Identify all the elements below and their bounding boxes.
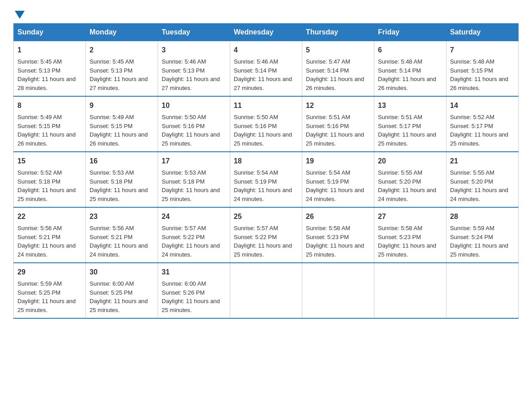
sunset-label: Sunset: 5:22 PM	[162, 234, 205, 240]
sunrise-label: Sunrise: 5:53 AM	[90, 169, 134, 176]
calendar-cell: 1 Sunrise: 5:45 AM Sunset: 5:13 PM Dayli…	[14, 41, 86, 97]
sunset-label: Sunset: 5:25 PM	[17, 289, 60, 296]
daylight-label: Daylight: 11 hours and 24 minutes.	[234, 187, 292, 202]
day-number: 15	[17, 156, 82, 167]
svg-marker-0	[15, 11, 25, 19]
calendar-header-row: SundayMondayTuesdayWednesdayThursdayFrid…	[14, 24, 519, 41]
calendar-cell: 28 Sunrise: 5:59 AM Sunset: 5:24 PM Dayl…	[446, 207, 519, 263]
day-number: 2	[90, 45, 154, 56]
day-number: 3	[162, 45, 226, 56]
calendar-cell: 23 Sunrise: 5:56 AM Sunset: 5:21 PM Dayl…	[86, 207, 158, 263]
sunset-label: Sunset: 5:13 PM	[17, 67, 60, 74]
sunset-label: Sunset: 5:16 PM	[234, 123, 277, 129]
sunset-label: Sunset: 5:26 PM	[162, 289, 205, 296]
day-number: 29	[17, 267, 82, 278]
sunrise-label: Sunrise: 5:50 AM	[234, 114, 278, 120]
sunset-label: Sunset: 5:14 PM	[306, 67, 349, 74]
calendar-cell: 18 Sunrise: 5:54 AM Sunset: 5:19 PM Dayl…	[230, 152, 302, 207]
sunrise-label: Sunrise: 5:57 AM	[234, 225, 278, 231]
calendar-cell	[302, 263, 374, 318]
sunset-label: Sunset: 5:25 PM	[90, 289, 133, 296]
week-row-2: 8 Sunrise: 5:49 AM Sunset: 5:15 PM Dayli…	[14, 96, 519, 152]
daylight-label: Daylight: 11 hours and 25 minutes.	[17, 187, 76, 202]
sunrise-label: Sunrise: 5:59 AM	[450, 225, 494, 231]
day-number: 19	[306, 156, 370, 167]
sunrise-label: Sunrise: 5:46 AM	[234, 58, 278, 65]
sunrise-label: Sunrise: 5:55 AM	[450, 169, 494, 176]
day-number: 30	[90, 267, 154, 278]
calendar-cell: 22 Sunrise: 5:56 AM Sunset: 5:21 PM Dayl…	[14, 207, 86, 263]
sunset-label: Sunset: 5:17 PM	[378, 123, 421, 129]
header-tuesday: Tuesday	[158, 24, 230, 41]
sunset-label: Sunset: 5:18 PM	[17, 178, 60, 185]
header-thursday: Thursday	[302, 24, 374, 41]
daylight-label: Daylight: 11 hours and 27 minutes.	[234, 76, 292, 91]
day-number: 21	[450, 156, 515, 167]
week-row-3: 15 Sunrise: 5:52 AM Sunset: 5:18 PM Dayl…	[14, 152, 519, 207]
week-row-1: 1 Sunrise: 5:45 AM Sunset: 5:13 PM Dayli…	[14, 41, 519, 97]
sunset-label: Sunset: 5:17 PM	[450, 123, 493, 129]
day-number: 14	[450, 100, 515, 111]
calendar-cell: 10 Sunrise: 5:50 AM Sunset: 5:16 PM Dayl…	[158, 96, 230, 152]
week-row-4: 22 Sunrise: 5:56 AM Sunset: 5:21 PM Dayl…	[14, 207, 519, 263]
calendar-cell: 24 Sunrise: 5:57 AM Sunset: 5:22 PM Dayl…	[158, 207, 230, 263]
sunrise-label: Sunrise: 5:51 AM	[378, 114, 422, 120]
daylight-label: Daylight: 11 hours and 25 minutes.	[378, 242, 436, 258]
calendar-cell: 12 Sunrise: 5:51 AM Sunset: 5:16 PM Dayl…	[302, 96, 374, 152]
day-number: 31	[162, 267, 226, 278]
sunrise-label: Sunrise: 5:59 AM	[17, 280, 62, 287]
calendar-cell: 17 Sunrise: 5:53 AM Sunset: 5:18 PM Dayl…	[158, 152, 230, 207]
daylight-label: Daylight: 11 hours and 25 minutes.	[162, 131, 220, 147]
calendar-cell: 5 Sunrise: 5:47 AM Sunset: 5:14 PM Dayli…	[302, 41, 374, 97]
sunset-label: Sunset: 5:14 PM	[234, 67, 277, 74]
calendar-cell	[230, 263, 302, 318]
calendar-cell: 8 Sunrise: 5:49 AM Sunset: 5:15 PM Dayli…	[14, 96, 86, 152]
sunrise-label: Sunrise: 5:51 AM	[306, 114, 350, 120]
sunrise-label: Sunrise: 6:00 AM	[90, 280, 134, 287]
day-number: 28	[450, 211, 515, 222]
daylight-label: Daylight: 11 hours and 25 minutes.	[162, 187, 220, 202]
calendar-cell: 16 Sunrise: 5:53 AM Sunset: 5:18 PM Dayl…	[86, 152, 158, 207]
sunrise-label: Sunrise: 5:52 AM	[17, 169, 62, 176]
day-number: 26	[306, 211, 370, 222]
daylight-label: Daylight: 11 hours and 27 minutes.	[162, 76, 220, 91]
day-number: 23	[90, 211, 154, 222]
day-number: 1	[17, 45, 82, 56]
day-number: 7	[450, 45, 515, 56]
sunset-label: Sunset: 5:13 PM	[162, 67, 205, 74]
calendar-cell: 27 Sunrise: 5:58 AM Sunset: 5:23 PM Dayl…	[374, 207, 446, 263]
sunset-label: Sunset: 5:19 PM	[306, 178, 349, 185]
sunset-label: Sunset: 5:15 PM	[450, 67, 493, 74]
calendar-cell: 6 Sunrise: 5:48 AM Sunset: 5:14 PM Dayli…	[374, 41, 446, 97]
daylight-label: Daylight: 11 hours and 26 minutes.	[17, 131, 76, 147]
daylight-label: Daylight: 11 hours and 26 minutes.	[378, 76, 436, 91]
calendar-table: SundayMondayTuesdayWednesdayThursdayFrid…	[13, 23, 519, 319]
calendar-cell: 26 Sunrise: 5:58 AM Sunset: 5:23 PM Dayl…	[302, 207, 374, 263]
header-sunday: Sunday	[14, 24, 86, 41]
sunrise-label: Sunrise: 5:50 AM	[162, 114, 206, 120]
sunrise-label: Sunrise: 6:00 AM	[162, 280, 206, 287]
sunset-label: Sunset: 5:13 PM	[90, 67, 133, 74]
day-number: 4	[234, 45, 298, 56]
sunrise-label: Sunrise: 5:49 AM	[17, 114, 62, 120]
sunset-label: Sunset: 5:21 PM	[90, 234, 133, 240]
header-monday: Monday	[86, 24, 158, 41]
daylight-label: Daylight: 11 hours and 25 minutes.	[162, 298, 220, 313]
sunset-label: Sunset: 5:20 PM	[378, 178, 421, 185]
daylight-label: Daylight: 11 hours and 25 minutes.	[378, 131, 436, 147]
header-saturday: Saturday	[446, 24, 519, 41]
week-row-5: 29 Sunrise: 5:59 AM Sunset: 5:25 PM Dayl…	[14, 263, 519, 318]
day-number: 22	[17, 211, 82, 222]
day-number: 9	[90, 100, 154, 111]
sunset-label: Sunset: 5:23 PM	[378, 234, 421, 240]
daylight-label: Daylight: 11 hours and 25 minutes.	[234, 131, 292, 147]
sunset-label: Sunset: 5:20 PM	[450, 178, 493, 185]
sunrise-label: Sunrise: 5:48 AM	[450, 58, 494, 65]
day-number: 10	[162, 100, 226, 111]
sunrise-label: Sunrise: 5:52 AM	[450, 114, 494, 120]
sunrise-label: Sunrise: 5:57 AM	[162, 225, 206, 231]
sunrise-label: Sunrise: 5:58 AM	[306, 225, 350, 231]
sunset-label: Sunset: 5:22 PM	[234, 234, 277, 240]
sunrise-label: Sunrise: 5:45 AM	[17, 58, 62, 65]
sunset-label: Sunset: 5:18 PM	[162, 178, 205, 185]
